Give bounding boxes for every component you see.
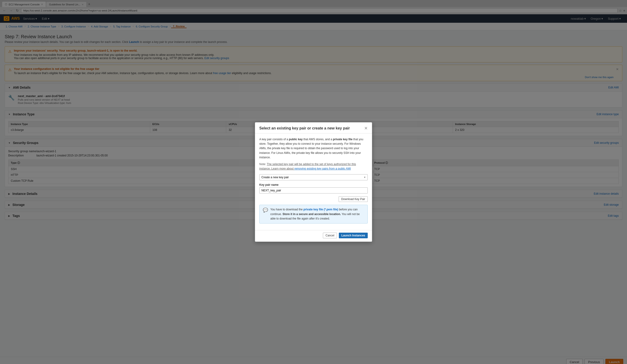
key-pair-modal: Select an existing key pair or create a … bbox=[255, 122, 372, 242]
modal-body: A key pair consists of a public key that… bbox=[255, 134, 372, 227]
info-box: 💬 You have to download the private key f… bbox=[259, 205, 368, 224]
pem-file-link[interactable]: private key file (*.pem file) bbox=[303, 208, 338, 211]
modal-header: Select an existing key pair or create a … bbox=[255, 122, 372, 134]
keypair-type-select[interactable]: Create a new key pair Choose an existing… bbox=[259, 174, 368, 180]
keypair-name-input[interactable] bbox=[259, 187, 368, 193]
keypair-type-group: Create a new key pair Choose an existing… bbox=[259, 174, 368, 180]
keypair-type-select-wrapper: Create a new key pair Choose an existing… bbox=[259, 174, 368, 180]
modal-close-button[interactable]: ✕ bbox=[364, 126, 368, 131]
keypair-name-label: Key pair name bbox=[259, 183, 368, 186]
modal-overlay: Select an existing key pair or create a … bbox=[0, 0, 627, 364]
modal-footer: Cancel Launch Instances bbox=[255, 230, 372, 242]
modal-cancel-button[interactable]: Cancel bbox=[323, 233, 337, 238]
note-underline: The selected key pair will be added to t… bbox=[259, 163, 356, 170]
remove-keypair-link[interactable]: removing existing key pairs from a publi… bbox=[294, 167, 351, 170]
modal-description: A key pair consists of a public key that… bbox=[259, 137, 368, 160]
info-icon: 💬 bbox=[263, 208, 268, 213]
keypair-name-group: Key pair name bbox=[259, 183, 368, 193]
modal-launch-button[interactable]: Launch Instances bbox=[339, 233, 368, 238]
modal-note: Note: The selected key pair will be adde… bbox=[259, 162, 368, 171]
download-keypair-button[interactable]: Download Key Pair bbox=[339, 196, 368, 202]
modal-title: Select an existing key pair or create a … bbox=[259, 126, 350, 130]
download-btn-container: Download Key Pair bbox=[259, 196, 368, 202]
info-box-text: You have to download the private key fil… bbox=[270, 207, 364, 221]
